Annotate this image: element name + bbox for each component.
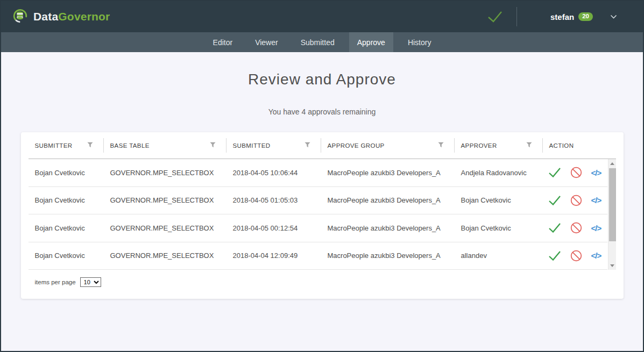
- cell-actions: </>: [543, 167, 607, 178]
- cell-approver: allandev: [455, 252, 543, 260]
- table-row: Bojan Cvetkovic GOVERNOR.MPE_SELECTBOX 2…: [29, 187, 607, 215]
- header-divider: [516, 7, 517, 26]
- view-code-icon[interactable]: </>: [591, 224, 601, 233]
- cell-base-table: GOVERNOR.MPE_SELECTBOX: [104, 169, 227, 177]
- cell-approve-group: MacroPeople azukbi3 Developers_A: [321, 169, 455, 177]
- tab-history[interactable]: History: [400, 32, 440, 52]
- table-row: Bojan Cvetkovic GOVERNOR.MPE_SELECTBOX 2…: [29, 159, 607, 187]
- cell-base-table: GOVERNOR.MPE_SELECTBOX: [104, 252, 227, 260]
- reject-icon[interactable]: [570, 167, 582, 178]
- cell-submitted: 2018-04-05 01:05:03: [227, 196, 321, 204]
- cell-submitted: 2018-04-04 12:09:49: [227, 252, 321, 260]
- cell-submitter: Bojan Cvetkovic: [29, 252, 104, 260]
- tab-editor[interactable]: Editor: [205, 32, 241, 52]
- cell-approve-group: MacroPeople azukbi3 Developers_A: [321, 252, 455, 260]
- cell-base-table: GOVERNOR.MPE_SELECTBOX: [104, 196, 227, 204]
- cell-submitter: Bojan Cvetkovic: [29, 224, 104, 232]
- column-label: ACTION: [549, 142, 574, 149]
- database-logo-icon: [12, 8, 28, 26]
- column-header-approver[interactable]: APPROVER: [455, 132, 543, 159]
- table-row: Bojan Cvetkovic GOVERNOR.MPE_SELECTBOX 2…: [29, 242, 607, 270]
- approve-check-icon[interactable]: [487, 11, 503, 23]
- cell-submitter: Bojan Cvetkovic: [29, 196, 104, 204]
- column-header-submitted[interactable]: SUBMITTED: [227, 132, 321, 159]
- cell-submitter: Bojan Cvetkovic: [29, 169, 104, 177]
- cell-submitted: 2018-04-05 00:12:54: [227, 224, 321, 232]
- column-label: SUBMITTER: [35, 142, 73, 149]
- cell-approve-group: MacroPeople azukbi3 Developers_A: [321, 196, 455, 204]
- column-label: SUBMITTED: [233, 142, 271, 149]
- column-label: BASE TABLE: [110, 142, 150, 149]
- column-header-approve-group[interactable]: APPROVE GROUP: [321, 132, 455, 159]
- column-header-submitter[interactable]: SUBMITTER: [29, 132, 104, 159]
- reject-icon[interactable]: [570, 250, 582, 262]
- view-code-icon[interactable]: </>: [591, 196, 601, 205]
- user-menu[interactable]: stefan 20: [550, 12, 593, 21]
- cell-actions: </>: [543, 195, 607, 206]
- cell-approver: Bojan Cvetkovic: [455, 224, 543, 232]
- scrollbar-up-arrow[interactable]: [608, 159, 617, 168]
- table-body: Bojan Cvetkovic GOVERNOR.MPE_SELECTBOX 2…: [29, 159, 616, 270]
- filter-icon[interactable]: [210, 142, 216, 149]
- top-header: DataGovernor stefan 20: [1, 1, 643, 32]
- brand-name: DataGovernor: [33, 10, 110, 23]
- cell-approver: Bojan Cvetkovic: [455, 196, 543, 204]
- reject-icon[interactable]: [570, 195, 582, 206]
- page-title: Review and Approve: [1, 71, 643, 88]
- table-row: Bojan Cvetkovic GOVERNOR.MPE_SELECTBOX 2…: [29, 214, 607, 242]
- approve-icon[interactable]: [548, 167, 561, 178]
- filter-icon[interactable]: [526, 142, 532, 149]
- cell-approve-group: MacroPeople azukbi3 Developers_A: [321, 224, 455, 232]
- table-header: SUBMITTER BASE TABLE SUBMITTED APPROVE G…: [29, 132, 616, 159]
- column-label: APPROVER: [461, 142, 497, 149]
- view-code-icon[interactable]: </>: [591, 251, 601, 260]
- tab-viewer[interactable]: Viewer: [247, 32, 286, 52]
- column-header-action: ACTION: [543, 132, 607, 159]
- filter-icon[interactable]: [87, 142, 93, 149]
- scrollbar-down-arrow[interactable]: [608, 261, 617, 270]
- items-per-page-select[interactable]: 10: [80, 277, 101, 287]
- reject-icon[interactable]: [570, 222, 582, 234]
- approve-icon[interactable]: [548, 222, 561, 233]
- app-window: DataGovernor stefan 20 Editor Viewer Su: [0, 0, 644, 352]
- scrollbar-thumb[interactable]: [609, 168, 616, 241]
- column-label: APPROVE GROUP: [328, 142, 385, 149]
- approve-icon[interactable]: [548, 250, 561, 261]
- items-per-page-label: items per page: [35, 279, 76, 285]
- brand-logo[interactable]: DataGovernor: [12, 8, 110, 26]
- table-footer: items per page 10: [29, 270, 616, 287]
- approve-icon[interactable]: [548, 195, 561, 206]
- approvals-card: SUBMITTER BASE TABLE SUBMITTED APPROVE G…: [21, 132, 624, 299]
- filter-icon[interactable]: [438, 142, 444, 149]
- cell-actions: </>: [543, 250, 607, 262]
- chevron-down-icon[interactable]: [610, 15, 617, 19]
- column-header-base-table[interactable]: BASE TABLE: [104, 132, 227, 159]
- topbar-right: stefan 20: [487, 1, 643, 32]
- view-code-icon[interactable]: </>: [591, 168, 601, 177]
- tab-approve[interactable]: Approve: [349, 32, 393, 52]
- cell-base-table: GOVERNOR.MPE_SELECTBOX: [104, 224, 227, 232]
- approvals-remaining-text: You have 4 approvals remaining: [1, 107, 643, 116]
- approvals-count-badge: 20: [578, 12, 593, 21]
- filter-icon[interactable]: [305, 142, 310, 149]
- cell-approver: Andjela Radovanovic: [455, 169, 543, 177]
- cell-submitted: 2018-04-05 10:06:44: [227, 169, 321, 177]
- table-scrollbar[interactable]: [608, 159, 616, 270]
- tab-submitted[interactable]: Submitted: [293, 32, 343, 52]
- cell-actions: </>: [543, 222, 607, 234]
- main-content: Review and Approve You have 4 approvals …: [1, 71, 643, 299]
- username-label: stefan: [550, 12, 574, 21]
- main-nav: Editor Viewer Submitted Approve History: [1, 32, 643, 52]
